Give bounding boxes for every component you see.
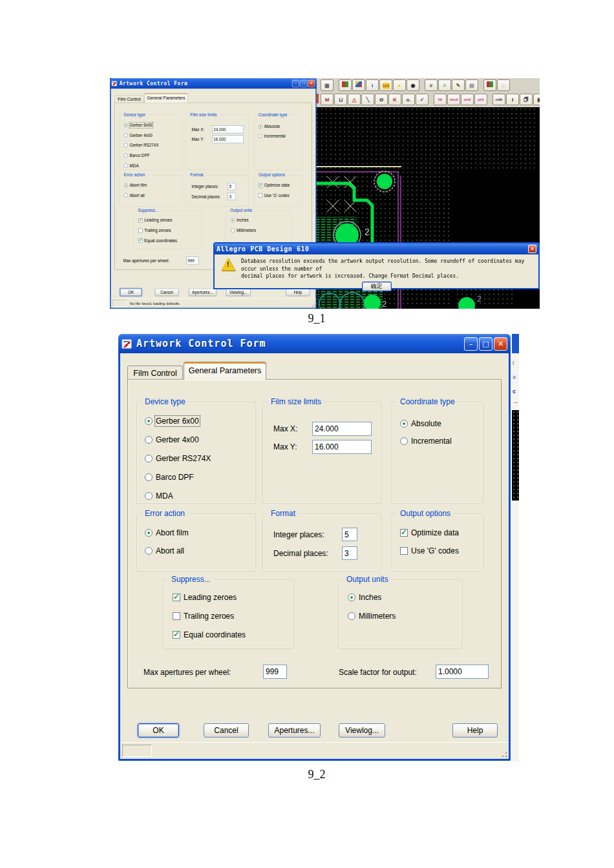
radio-gerber-6x00[interactable]: [145, 417, 153, 425]
checkbox-use-g-codes[interactable]: [400, 547, 408, 555]
radio-gerber-rs274x[interactable]: [145, 455, 153, 462]
radio-barco-dpf[interactable]: [145, 473, 153, 481]
shadow-dot-icon[interactable]: ◉: [407, 79, 419, 91]
max-y-input[interactable]: 16.000: [312, 440, 372, 454]
warning-title-bar[interactable]: Allegro PCB Design 610 ✕: [215, 243, 538, 254]
checkbox-optimize-data[interactable]: [400, 529, 408, 537]
text-icon[interactable]: I: [506, 94, 519, 105]
title-bar[interactable]: Artwork Control Form – □ ✕: [118, 334, 511, 353]
radio-absolute[interactable]: [400, 420, 408, 428]
max-x-input[interactable]: 24.000: [312, 422, 372, 436]
tab-general-parameters[interactable]: General Parameters: [184, 362, 266, 380]
lib-icon[interactable]: libAA: [434, 94, 447, 105]
ok-button[interactable]: OK: [138, 723, 179, 738]
resize-grip-icon[interactable]: [500, 750, 508, 758]
viewlog-button[interactable]: Viewlog...: [339, 723, 385, 738]
radio-gerber-rs274x[interactable]: [124, 143, 128, 147]
checkbox-equal-coordinates[interactable]: [173, 631, 180, 639]
resize-grip-icon[interactable]: [311, 303, 315, 307]
checkbox-trailing-zeroes[interactable]: [138, 229, 142, 232]
decimal-places-input[interactable]: 3: [228, 193, 236, 200]
radio-abort-film[interactable]: [124, 183, 128, 187]
checkbox-use-g-codes[interactable]: [259, 193, 262, 197]
radio-millimeters[interactable]: [231, 229, 235, 232]
swatches-icon[interactable]: [339, 79, 352, 91]
ul-icon[interactable]: 🗍: [520, 94, 533, 105]
layers-icon[interactable]: ≡: [438, 79, 451, 91]
radio-millimeters[interactable]: [348, 612, 355, 620]
close-button[interactable]: ✕: [308, 79, 315, 87]
apertures-button[interactable]: Apertures...: [189, 289, 217, 296]
scale-factor-input[interactable]: 1.0000: [436, 665, 489, 679]
max-y-input[interactable]: 16.000: [212, 136, 243, 143]
und-icon[interactable]: undAA: [461, 94, 474, 105]
checkbox-leading-zeroes[interactable]: [173, 594, 180, 601]
title-bar[interactable]: Artwork Control Form – □ ✕: [110, 78, 317, 88]
no-circle-icon[interactable]: Ø: [375, 94, 388, 105]
radio-incremental[interactable]: [259, 134, 262, 138]
radio-gerber-6x00[interactable]: [124, 123, 128, 127]
radio-gerber-4x00[interactable]: [145, 436, 153, 444]
max-apertures-input[interactable]: 999: [186, 256, 198, 264]
angle-icon[interactable]: K: [388, 94, 401, 105]
checkbox-trailing-zeroes[interactable]: [173, 612, 180, 620]
help-button[interactable]: Help: [452, 723, 498, 738]
triangle-icon[interactable]: △: [348, 94, 361, 105]
color-edit-icon[interactable]: ✎: [452, 79, 465, 91]
maximize-button[interactable]: □: [479, 337, 492, 351]
slide-icon[interactable]: ╲: [361, 94, 374, 105]
ok-button[interactable]: OK: [120, 289, 142, 296]
tab-general-parameters[interactable]: General Parameters: [144, 93, 187, 103]
prb-icon[interactable]: prbAA: [474, 94, 487, 105]
apertures-button[interactable]: Apertures...: [268, 723, 321, 738]
max-apertures-input[interactable]: 999: [263, 665, 287, 679]
radio-mda[interactable]: [124, 163, 128, 167]
checkbox-leading-zeroes[interactable]: [138, 218, 142, 222]
confirm-button[interactable]: 确定: [362, 282, 392, 291]
radio-abort-all[interactable]: [145, 547, 153, 555]
grid-icon[interactable]: #: [425, 79, 438, 91]
dashed-circle-icon[interactable]: ◌: [497, 79, 510, 91]
odb-icon[interactable]: odb∷: [492, 94, 505, 105]
module-icon[interactable]: [483, 79, 496, 91]
palette-icon[interactable]: [352, 79, 365, 91]
maximize-button[interactable]: □: [300, 79, 307, 87]
integer-places-input[interactable]: 5: [228, 183, 236, 190]
minimize-button[interactable]: –: [464, 337, 478, 351]
radio-abort-all[interactable]: [124, 193, 128, 197]
mod-icon[interactable]: modAA: [447, 94, 460, 105]
radio-abort-film[interactable]: [145, 529, 153, 537]
check-icon[interactable]: ✓: [416, 94, 429, 105]
visibility-icon[interactable]: ▤: [465, 79, 478, 91]
radio-inches[interactable]: [231, 218, 235, 222]
tab-film-control[interactable]: Film Control: [127, 366, 183, 380]
decimal-places-input[interactable]: 3: [342, 546, 357, 560]
radio-incremental[interactable]: [400, 437, 408, 445]
cancel-button[interactable]: Cancel: [204, 723, 249, 738]
help-button[interactable]: Help: [286, 289, 310, 296]
zoom-points-icon[interactable]: M: [321, 94, 333, 105]
tab-film-control[interactable]: Film Control: [114, 95, 143, 103]
cancel-button[interactable]: Cancel: [155, 289, 179, 296]
radio-mda[interactable]: [145, 492, 153, 500]
ratsnest-icon[interactable]: 123: [379, 79, 392, 91]
radio-gerber-4x00[interactable]: [124, 133, 128, 137]
dot-icon[interactable]: o.: [402, 94, 415, 105]
integer-places-input[interactable]: 5: [342, 528, 357, 541]
camera-icon[interactable]: ▣: [533, 94, 540, 105]
radio-barco-dpf[interactable]: [124, 154, 128, 158]
viewlog-button[interactable]: Viewlog...: [226, 289, 251, 296]
radio-absolute[interactable]: [259, 125, 262, 129]
checkbox-optimize-data[interactable]: [259, 183, 262, 187]
close-button[interactable]: ✕: [494, 337, 507, 351]
group-label: Suppress...: [136, 208, 160, 213]
max-x-input[interactable]: 24.000: [212, 125, 243, 133]
report-icon[interactable]: ▦: [321, 79, 333, 91]
highlight-icon[interactable]: ●: [393, 79, 406, 91]
zoom-window-icon[interactable]: ⊔: [334, 94, 347, 105]
info-icon[interactable]: i: [366, 79, 379, 91]
close-button[interactable]: ✕: [528, 245, 536, 253]
radio-inches[interactable]: [348, 594, 355, 601]
checkbox-equal-coordinates[interactable]: [138, 238, 142, 242]
minimize-button[interactable]: –: [292, 79, 299, 87]
